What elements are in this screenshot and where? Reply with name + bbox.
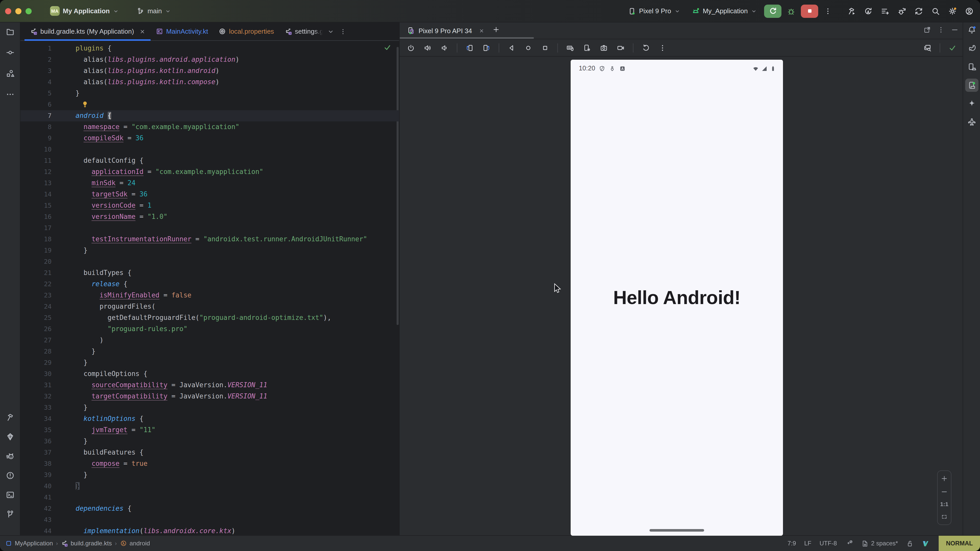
code-line-18[interactable]: 18 testInstrumentationRunner = "androidx… [21, 233, 399, 245]
more-vert-icon[interactable] [340, 28, 347, 35]
more-vert-button[interactable] [656, 41, 669, 54]
volume-up-button[interactable] [422, 41, 434, 54]
code-line-23[interactable]: 23 isMinifyEnabled = false [21, 290, 399, 301]
code-line-34[interactable]: 34 kotlinOptions { [21, 413, 399, 424]
nav-overview-button[interactable] [539, 41, 551, 54]
more-run-options-button[interactable] [821, 4, 835, 17]
code-line-19[interactable]: 19 } [21, 245, 399, 256]
code-line-44[interactable]: 44 implementation(libs.androidx.core.ktx… [21, 526, 399, 535]
code-line-28[interactable]: 28 } [21, 346, 399, 357]
code-line-30[interactable]: 30 compileOptions { [21, 368, 399, 380]
profiler-button[interactable] [878, 4, 892, 17]
device-selector[interactable]: Pixel 9 Pro [624, 5, 684, 17]
code-line-32[interactable]: 32 targetCompatibility = JavaVersion.VER… [21, 391, 399, 402]
power-button[interactable] [405, 41, 417, 54]
code-line-41[interactable]: 41 [21, 492, 399, 503]
editor-tab[interactable]: settings.g [279, 22, 325, 40]
code-line-2[interactable]: 2 alias(libs.plugins.android.application… [21, 54, 399, 65]
breadcrumb-item[interactable]: android [120, 540, 150, 547]
minimize-button[interactable] [951, 26, 959, 35]
run-configuration-selector[interactable]: My_Application [687, 5, 761, 17]
tool-window-button-git-branch[interactable] [3, 508, 17, 521]
code-line-9[interactable]: 9 compileSdk = 36 [21, 133, 399, 144]
tool-window-button-device-manager[interactable] [965, 60, 978, 73]
sync-project-button[interactable] [912, 4, 925, 17]
more-vert-button[interactable] [937, 26, 945, 35]
code-line-11[interactable]: 11 defaultConfig { [21, 155, 399, 166]
code-line-14[interactable]: 14 targetSdk = 36 [21, 189, 399, 200]
tool-window-button-terminal[interactable] [3, 488, 17, 502]
device-settings-button[interactable] [581, 41, 593, 54]
check-button[interactable] [946, 41, 959, 54]
editor-tab[interactable]: local.properties [213, 22, 279, 40]
editor-tab[interactable]: MainActivity.kt [150, 22, 213, 40]
code-line-22[interactable]: 22 release { [21, 279, 399, 290]
code-line-13[interactable]: 13 minSdk = 24 [21, 178, 399, 189]
zoom-in-button[interactable] [941, 475, 948, 482]
close-icon[interactable] [479, 28, 484, 33]
tool-window-button-airplane[interactable] [965, 115, 978, 129]
code-line-42[interactable]: 42dependencies { [21, 503, 399, 514]
apply-changes-button[interactable] [862, 4, 875, 17]
volume-down-button[interactable] [438, 41, 451, 54]
screens-search-button[interactable] [921, 41, 934, 54]
caret-position-widget[interactable]: 7:9 [788, 540, 796, 547]
code-line-6[interactable]: 6 [21, 99, 399, 110]
code-line-20[interactable]: 20 [21, 256, 399, 267]
code-line-3[interactable]: 3 alias(libs.plugins.kotlin.android) [21, 65, 399, 76]
build-hammer-run-button[interactable] [845, 4, 858, 17]
code-line-5[interactable]: 5} [21, 88, 399, 99]
code-line-25[interactable]: 25 getDefaultProguardFile("proguard-andr… [21, 312, 399, 324]
code-line-43[interactable]: 43 [21, 514, 399, 526]
tool-window-button-more-horiz[interactable] [3, 88, 17, 101]
code-line-1[interactable]: 1plugins { [21, 43, 399, 54]
readonly-toggle-widget[interactable] [906, 540, 914, 547]
code-line-12[interactable]: 12 applicationId = "com.example.myapplic… [21, 166, 399, 178]
tool-window-button-commit[interactable] [3, 46, 17, 59]
tool-window-button-problems[interactable] [3, 469, 17, 482]
debug-app-button[interactable] [784, 4, 798, 17]
code-line-4[interactable]: 4 alias(libs.plugins.kotlin.compose) [21, 76, 399, 88]
code-line-38[interactable]: 38 compose = true [21, 458, 399, 469]
chevron-down-icon[interactable] [328, 28, 334, 35]
code-line-21[interactable]: 21 buildTypes { [21, 267, 399, 279]
open-new-button[interactable] [923, 26, 931, 35]
rotate-left-button[interactable] [463, 41, 476, 54]
gesture-navigation-pill[interactable] [649, 529, 704, 532]
code-line-7[interactable]: 7android { [21, 110, 399, 121]
tool-window-button-gradle[interactable] [965, 42, 978, 55]
code-line-40[interactable]: 40} [21, 481, 399, 492]
device-tab[interactable]: Pixel 9 Pro API 34 [407, 27, 484, 35]
ai-assist-off-widget[interactable] [845, 540, 853, 547]
editor-tab[interactable]: build.gradle.kts (My Application) [24, 22, 150, 40]
code-line-10[interactable]: 10 [21, 144, 399, 155]
project-widget[interactable]: MA My Application [46, 4, 123, 18]
stop-app-button[interactable] [801, 4, 818, 17]
zoom-to-fit-button[interactable] [941, 513, 948, 520]
settings-dot-button[interactable] [946, 4, 959, 17]
code-line-31[interactable]: 31 sourceCompatibility = JavaVersion.VER… [21, 380, 399, 391]
tool-window-button-build-hammer[interactable] [3, 411, 17, 424]
code-line-15[interactable]: 15 versionCode = 1 [21, 200, 399, 211]
code-line-24[interactable]: 24 proguardFiles( [21, 301, 399, 312]
tool-window-button-gemini-sparkle[interactable] [965, 97, 978, 110]
zoom-window-button[interactable] [25, 8, 32, 14]
breadcrumb-item[interactable]: build.gradle.kts [61, 540, 112, 547]
tool-window-button-logcat[interactable] [3, 449, 17, 463]
nav-back-button[interactable] [505, 41, 517, 54]
profile-button[interactable] [963, 4, 976, 17]
nav-home-button[interactable] [522, 41, 535, 54]
code-line-39[interactable]: 39 } [21, 469, 399, 481]
indent-widget[interactable]: 2 spaces* [861, 540, 898, 547]
hardware-input-button[interactable] [564, 41, 576, 54]
tool-window-button-bell-dot[interactable] [965, 24, 978, 37]
close-x-icon[interactable] [139, 28, 145, 35]
code-line-27[interactable]: 27 ) [21, 335, 399, 346]
line-separator-widget[interactable]: LF [804, 540, 811, 547]
code-line-35[interactable]: 35 jvmTarget = "11" [21, 424, 399, 436]
emulator-screen[interactable]: 10:20 Hello Android! [571, 60, 783, 536]
reset-view-button[interactable] [640, 41, 652, 54]
tool-window-button-running-devices[interactable] [965, 79, 978, 92]
code-line-36[interactable]: 36 } [21, 436, 399, 447]
code-line-37[interactable]: 37 buildFeatures { [21, 447, 399, 458]
